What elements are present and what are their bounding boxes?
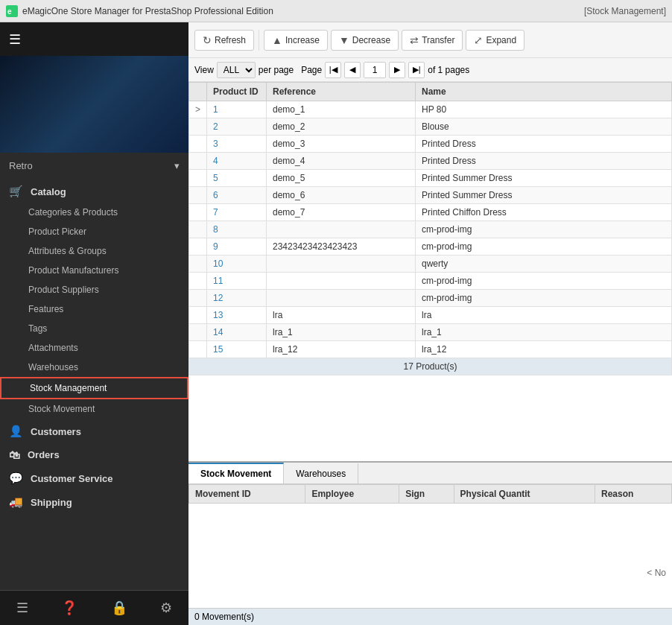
expand-cell [189, 273, 207, 290]
name-cell: lra_12 [416, 341, 672, 358]
reference-cell: demo_3 [267, 136, 416, 153]
expand-cell [189, 187, 207, 204]
sidebar-item-features[interactable]: Features [0, 299, 188, 319]
movement-count: 0 Movement(s) [188, 608, 672, 625]
table-row[interactable]: 14lra_1lra_1 [189, 324, 672, 341]
sidebar-section-retro[interactable]: Retro ▾ [0, 153, 188, 179]
view-select[interactable]: ALL 10 25 50 100 [217, 62, 256, 78]
sidebar-bottom-lock-icon[interactable]: 🔒 [105, 597, 133, 619]
hamburger-icon[interactable]: ☰ [9, 31, 21, 48]
increase-button[interactable]: ▲ Increase [264, 30, 328, 51]
customers-label: Customers [31, 426, 81, 437]
name-cell: Printed Chiffon Dress [416, 204, 672, 221]
name-cell: Printed Summer Dress [416, 187, 672, 204]
expand-icon: ⤢ [474, 34, 483, 46]
reference-cell: lra_12 [267, 341, 416, 358]
table-row[interactable]: 10qwerty [189, 256, 672, 273]
sidebar-item-categories-products[interactable]: Categories & Products [0, 203, 188, 222]
product-id-cell: 6 [207, 187, 267, 204]
increase-icon: ▲ [272, 34, 282, 46]
bottom-tabs: Stock MovementWarehouses [188, 463, 672, 484]
shipping-label: Shipping [31, 497, 72, 508]
product-id-cell: 2 [207, 118, 267, 136]
product-id-cell: 13 [207, 307, 267, 324]
sidebar-bottom-help-icon[interactable]: ❓ [55, 597, 83, 619]
expand-button[interactable]: ⤢ Expand [466, 30, 524, 51]
sidebar-item-product-manufacturers[interactable]: Product Manufacturers [0, 261, 188, 280]
bottom-table-area: Movement ID Employee Sign Physical Quant… [188, 484, 672, 608]
reference-cell: demo_6 [267, 187, 416, 204]
name-cell: Printed Summer Dress [416, 170, 672, 187]
catalog-icon: 🛒 [9, 185, 23, 198]
sidebar-item-attributes-groups[interactable]: Attributes & Groups [0, 241, 188, 261]
page-next-button[interactable]: ▶ [389, 62, 405, 78]
col-product-id[interactable]: Product ID [207, 83, 267, 101]
col-expand [189, 83, 207, 101]
toolbar-separator-1 [259, 30, 259, 51]
sidebar-item-product-suppliers[interactable]: Product Suppliers [0, 280, 188, 299]
table-row[interactable]: 8cm-prod-img [189, 221, 672, 238]
warehouses-tab[interactable]: Warehouses [284, 463, 358, 483]
product-id-cell: 11 [207, 273, 267, 290]
decrease-button[interactable]: ▼ Decrease [331, 30, 399, 51]
page-prev-button[interactable]: ◀ [344, 62, 361, 78]
page-first-button[interactable]: |◀ [325, 62, 341, 78]
table-row[interactable]: 923423423423423423cm-prod-img [189, 238, 672, 256]
col-movement-id[interactable]: Movement ID [189, 485, 305, 504]
sidebar-item-product-picker[interactable]: Product Picker [0, 222, 188, 241]
table-row[interactable]: 2demo_2Blouse [189, 118, 672, 136]
col-reason[interactable]: Reason [595, 485, 671, 504]
reference-cell: demo_4 [267, 153, 416, 170]
col-employee[interactable]: Employee [305, 485, 399, 504]
reference-cell [267, 273, 416, 290]
page-last-button[interactable]: ▶| [408, 62, 425, 78]
col-physical-quantity[interactable]: Physical Quantit [454, 485, 595, 504]
table-row[interactable]: 3demo_3Printed Dress [189, 136, 672, 153]
sidebar-category-customers[interactable]: 👤 Customers [0, 419, 188, 442]
table-row[interactable]: 12cm-prod-img [189, 290, 672, 307]
table-row[interactable]: 13lralra [189, 307, 672, 324]
table-row[interactable]: 11cm-prod-img [189, 273, 672, 290]
no-data-label: < No [647, 568, 666, 578]
col-name[interactable]: Name [416, 83, 672, 101]
sidebar-item-warehouses[interactable]: Warehouses [0, 358, 188, 377]
refresh-button[interactable]: ↻ Refresh [194, 30, 254, 51]
customer-service-icon: 💬 [9, 472, 23, 485]
per-page-label: per page [259, 65, 294, 75]
table-row[interactable]: >1demo_1HP 80 [189, 101, 672, 118]
product-id-cell: 9 [207, 238, 267, 256]
sidebar-item-attachments[interactable]: Attachments [0, 338, 188, 358]
table-row[interactable]: 4demo_4Printed Dress [189, 153, 672, 170]
sidebar-item-stock-management[interactable]: Stock Management [0, 377, 188, 399]
name-cell: HP 80 [416, 101, 672, 118]
app-title: eMagicOne Store Manager for PrestaShop P… [22, 6, 273, 16]
transfer-label: Transfer [422, 35, 454, 45]
name-cell: Blouse [416, 118, 672, 136]
table-row[interactable]: 6demo_6Printed Summer Dress [189, 187, 672, 204]
table-row[interactable]: 5demo_5Printed Summer Dress [189, 170, 672, 187]
table-row[interactable]: 7demo_7Printed Chiffon Dress [189, 204, 672, 221]
table-row[interactable]: 15lra_12lra_12 [189, 341, 672, 358]
movement-table: Movement ID Employee Sign Physical Quant… [188, 484, 672, 504]
expand-cell [189, 307, 207, 324]
sidebar-item-stock-movement[interactable]: Stock Movement [0, 399, 188, 419]
page-input[interactable] [364, 62, 386, 78]
sidebar-bottom-settings-icon[interactable]: ⚙ [154, 597, 178, 619]
toolbar: ↻ Refresh ▲ Increase ▼ Decrease ⇄ Transf… [188, 22, 672, 58]
sidebar-category-shipping[interactable]: 🚚 Shipping [0, 489, 188, 513]
col-sign[interactable]: Sign [399, 485, 454, 504]
product-id-cell: 5 [207, 170, 267, 187]
col-reference[interactable]: Reference [267, 83, 416, 101]
expand-cell [189, 118, 207, 136]
sidebar-category-customer-service[interactable]: 💬 Customer Service [0, 466, 188, 489]
sidebar-category-orders[interactable]: 🛍 Orders [0, 442, 188, 466]
product-id-cell: 4 [207, 153, 267, 170]
stock-movement-tab[interactable]: Stock Movement [188, 463, 284, 483]
sidebar-category-catalog[interactable]: 🛒 Catalog [0, 179, 188, 203]
sidebar-bottom-bar: ☰ ❓ 🔒 ⚙ [0, 590, 188, 625]
total-pages-label: of 1 pages [428, 65, 469, 75]
name-cell: qwerty [416, 256, 672, 273]
sidebar-item-tags[interactable]: Tags [0, 319, 188, 338]
transfer-button[interactable]: ⇄ Transfer [402, 30, 463, 51]
sidebar-bottom-menu-icon[interactable]: ☰ [10, 597, 34, 619]
